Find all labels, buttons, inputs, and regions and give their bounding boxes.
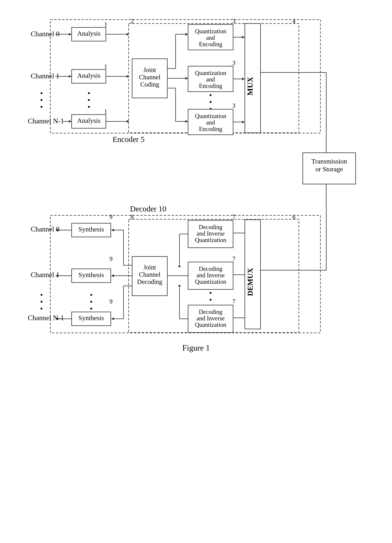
num9-top: 9: [109, 213, 112, 220]
decodeN-l1: Decoding: [199, 308, 222, 315]
svg-text:Encoding: Encoding: [199, 82, 222, 89]
svg-text:Coding: Coding: [140, 81, 159, 88]
num2: 2: [130, 17, 134, 24]
svg-text:Encoding: Encoding: [199, 41, 222, 48]
num6: 6: [292, 213, 296, 220]
encoder-label: Encoder 5: [112, 135, 145, 144]
figure-caption: Figure 1: [182, 343, 210, 352]
joint-decoding-label: Joint: [143, 264, 156, 271]
num9-bot: 9: [109, 298, 112, 305]
svg-text:Encoding: Encoding: [199, 125, 222, 132]
svg-marker-99: [111, 317, 114, 320]
svg-text:•: •: [40, 304, 43, 313]
channelN-label-enc: Channel N-1: [28, 117, 64, 125]
svg-text:and: and: [206, 119, 215, 126]
svg-text:Channel: Channel: [139, 74, 161, 81]
svg-marker-7: [69, 75, 72, 78]
svg-text:and Inverse: and Inverse: [196, 315, 225, 322]
quant1-line1: Quantization: [195, 69, 226, 76]
svg-marker-2: [69, 33, 72, 36]
num7-bot: 7: [232, 298, 235, 305]
svg-marker-10: [127, 75, 129, 78]
svg-marker-33: [185, 120, 188, 123]
num8: 8: [130, 213, 134, 220]
analysisN-label: Analysis: [77, 117, 101, 124]
num3-mid: 3: [232, 59, 235, 66]
svg-marker-50: [242, 121, 245, 123]
quant0-line1: Quantization: [195, 28, 226, 35]
decode1-l1: Decoding: [199, 265, 222, 272]
synth1-label: Synthesis: [78, 271, 104, 278]
channel1-label-enc: Channel 1: [31, 72, 60, 80]
svg-marker-16: [69, 120, 72, 123]
svg-marker-48: [242, 78, 245, 80]
num1-chN: 1: [104, 108, 107, 115]
svg-text:and Inverse: and Inverse: [196, 230, 225, 237]
quantN-line1: Quantization: [195, 113, 226, 119]
num3-bot: 3: [232, 102, 235, 109]
svg-marker-5: [127, 33, 129, 36]
svg-text:or Storage: or Storage: [315, 165, 343, 173]
decode0-l1: Decoding: [199, 224, 222, 231]
num3-top: 3: [232, 17, 235, 24]
svg-marker-81: [178, 264, 181, 267]
main-diagram-svg: Encoder 5 Channel 0 Analysis 1 Channel 1…: [25, 12, 367, 521]
channelN-label-dec: Channel N-1: [28, 314, 64, 322]
num1-ch1: 1: [104, 63, 107, 70]
num9-mid: 9: [109, 255, 112, 262]
synth0-label: Synthesis: [78, 226, 104, 233]
svg-marker-19: [127, 120, 129, 123]
svg-text:Quantization: Quantization: [195, 321, 226, 328]
channel0-label-enc: Channel 0: [31, 30, 60, 38]
num1-ch0: 1: [104, 21, 107, 28]
svg-text:•: •: [87, 103, 90, 111]
transmission-line1: Transmission: [311, 158, 347, 165]
num7-mid: 7: [232, 255, 235, 262]
decoder-label: Decoder 10: [130, 204, 166, 213]
svg-text:Quantization: Quantization: [195, 278, 226, 285]
num4: 4: [292, 17, 296, 24]
svg-text:and: and: [206, 34, 215, 41]
analysis0-label: Analysis: [77, 30, 101, 37]
svg-marker-93: [111, 229, 114, 232]
svg-marker-29: [185, 77, 188, 80]
channel0-label-dec: Channel 0: [31, 225, 60, 233]
mux-label: MUX: [246, 77, 254, 96]
svg-text:and Inverse: and Inverse: [196, 272, 225, 279]
svg-marker-95: [111, 274, 114, 277]
svg-text:Channel: Channel: [139, 271, 161, 278]
demux-label: DEMUX: [246, 268, 254, 296]
num7-top: 7: [232, 213, 235, 220]
svg-text:Quantization: Quantization: [195, 237, 226, 243]
svg-marker-27: [185, 33, 188, 36]
svg-marker-86: [178, 285, 181, 288]
joint-coding-label: Joint: [143, 66, 156, 74]
diagram-container: Encoder 5 Channel 0 Analysis 1 Channel 1…: [20, 12, 372, 521]
svg-text:and: and: [206, 76, 215, 83]
channel1-label-dec: Channel 1: [31, 271, 60, 279]
svg-text:Decoding: Decoding: [137, 278, 162, 285]
svg-text:•: •: [40, 103, 43, 111]
svg-marker-46: [242, 36, 245, 39]
analysis1-label: Analysis: [77, 72, 101, 79]
synthN-label: Synthesis: [78, 314, 104, 322]
